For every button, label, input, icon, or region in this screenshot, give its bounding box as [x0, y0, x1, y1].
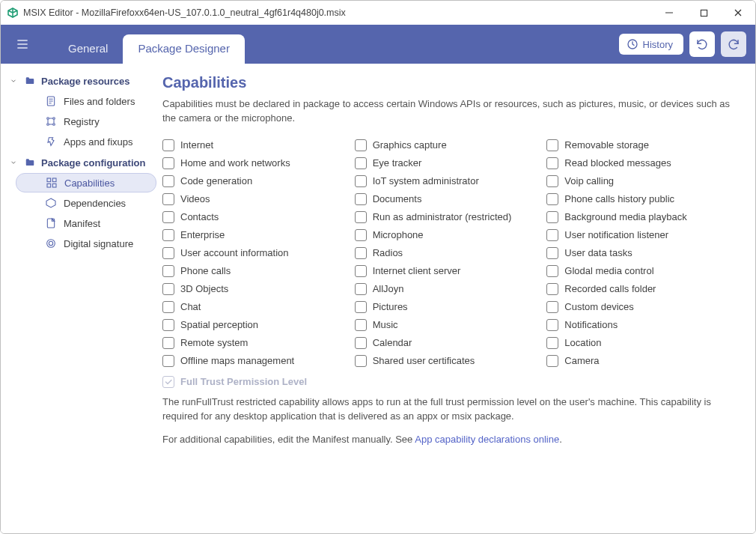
capability-notifications[interactable]: Notifications	[546, 316, 731, 334]
capability-voip-calling[interactable]: Voip calling	[546, 172, 731, 190]
capability-phone-calls[interactable]: Phone calls	[162, 262, 347, 280]
checkbox-icon[interactable]	[355, 319, 367, 331]
checkbox-icon[interactable]	[355, 355, 367, 367]
tree-item-registry[interactable]: Registry	[16, 112, 156, 131]
capability-recorded-calls-folder[interactable]: Recorded calls folder	[546, 280, 731, 298]
close-button[interactable]	[721, 1, 755, 25]
checkbox-icon[interactable]	[355, 229, 367, 241]
capability-run-as-administrator-restricted-[interactable]: Run as administrator (restricted)	[355, 208, 540, 226]
capability-eye-tracker[interactable]: Eye tracker	[355, 154, 540, 172]
history-button[interactable]: History	[619, 34, 683, 55]
checkbox-icon[interactable]	[355, 193, 367, 205]
checkbox-icon[interactable]	[546, 265, 558, 277]
checkbox-icon[interactable]	[162, 157, 174, 169]
capability-music[interactable]: Music	[355, 316, 540, 334]
capability-removable-storage[interactable]: Removable storage	[546, 136, 731, 154]
capability-glodal-media-control[interactable]: Glodal media control	[546, 262, 731, 280]
checkbox-icon[interactable]	[162, 301, 174, 313]
capability-microphone[interactable]: Microphone	[355, 226, 540, 244]
tree-item-files-and-folders[interactable]: Files and folders	[16, 91, 156, 111]
checkbox-icon[interactable]	[546, 301, 558, 313]
undo-button[interactable]	[689, 31, 715, 57]
capability-internet-client-server[interactable]: Internet client server	[355, 262, 540, 280]
redo-button[interactable]	[721, 31, 746, 57]
checkbox-icon[interactable]	[162, 337, 174, 349]
checkbox-icon[interactable]	[162, 211, 174, 223]
checkbox-icon[interactable]	[546, 175, 558, 187]
checkbox-icon[interactable]	[162, 247, 174, 259]
capability-calendar[interactable]: Calendar	[355, 334, 540, 352]
checkbox-icon[interactable]	[546, 193, 558, 205]
capability-spatial-perception[interactable]: Spatial perception	[162, 316, 347, 334]
checkbox-icon[interactable]	[162, 355, 174, 367]
minimize-button[interactable]	[652, 1, 686, 25]
capability-contacts[interactable]: Contacts	[162, 208, 347, 226]
tab-general[interactable]: General	[53, 34, 123, 64]
checkbox-icon[interactable]	[355, 301, 367, 313]
checkbox-icon[interactable]	[546, 355, 558, 367]
tab-package-designer[interactable]: Package Designer	[123, 34, 245, 64]
capability-read-blocked-messages[interactable]: Read blocked messages	[546, 154, 731, 172]
maximize-button[interactable]	[686, 1, 721, 25]
checkbox-icon[interactable]	[162, 139, 174, 151]
tree-item-icon	[44, 95, 58, 107]
capability-alljoyn[interactable]: AllJoyn	[355, 280, 540, 298]
checkbox-icon[interactable]	[546, 139, 558, 151]
checkbox-icon[interactable]	[355, 211, 367, 223]
tree-group-package-resources[interactable]: Package resources	[5, 71, 158, 91]
capability-remote-system[interactable]: Remote system	[162, 334, 347, 352]
capability-background-media-playback[interactable]: Background media playback	[546, 208, 731, 226]
capability-location[interactable]: Location	[546, 334, 731, 352]
tree-item-digital-signature[interactable]: Digital signature	[16, 234, 156, 253]
checkbox-icon[interactable]	[355, 139, 367, 151]
checkbox-icon[interactable]	[355, 265, 367, 277]
capability-camera[interactable]: Camera	[546, 352, 731, 370]
checkbox-icon[interactable]	[546, 283, 558, 295]
capability-shared-user-certificates[interactable]: Shared user certificates	[355, 352, 540, 370]
capability-pictures[interactable]: Pictures	[355, 298, 540, 316]
capability-code-generation[interactable]: Code generation	[162, 172, 347, 190]
capability-iot-system-administrator[interactable]: IoT system administrator	[355, 172, 540, 190]
checkbox-icon[interactable]	[355, 337, 367, 349]
capability-chat[interactable]: Chat	[162, 298, 347, 316]
capability-user-notification-listener[interactable]: User notification listener	[546, 226, 731, 244]
checkbox-icon[interactable]	[162, 175, 174, 187]
capability-user-data-tasks[interactable]: User data tasks	[546, 244, 731, 262]
capability-documents[interactable]: Documents	[355, 190, 540, 208]
checkbox-icon[interactable]	[546, 229, 558, 241]
checkbox-icon[interactable]	[355, 247, 367, 259]
tree-item-dependencies[interactable]: Dependencies	[16, 193, 156, 213]
tree-item-apps-and-fixups[interactable]: Apps and fixups	[16, 132, 156, 151]
window-title: MSIX Editor - MozillaFirefoxx64en-US_107…	[23, 7, 346, 18]
checkbox-icon[interactable]	[162, 265, 174, 277]
checkbox-icon[interactable]	[162, 229, 174, 241]
capability-radios[interactable]: Radios	[355, 244, 540, 262]
capability-home-and-work-networks[interactable]: Home and work networks	[162, 154, 347, 172]
capability-internet[interactable]: Internet	[162, 136, 347, 154]
checkbox-icon[interactable]	[546, 157, 558, 169]
svg-rect-22	[52, 178, 56, 182]
checkbox-icon[interactable]	[355, 175, 367, 187]
checkbox-icon[interactable]	[162, 193, 174, 205]
checkbox-icon[interactable]	[355, 157, 367, 169]
capability-enterprise[interactable]: Enterprise	[162, 226, 347, 244]
checkbox-icon[interactable]	[355, 283, 367, 295]
menu-button[interactable]	[10, 31, 35, 57]
checkbox-icon[interactable]	[546, 247, 558, 259]
checkbox-icon[interactable]	[162, 283, 174, 295]
capability-phone-calls-history-public[interactable]: Phone calls history public	[546, 190, 731, 208]
tree-item-capabilities[interactable]: Capabilities	[16, 173, 156, 192]
checkbox-icon[interactable]	[546, 337, 558, 349]
capability-docs-link[interactable]: App capability declarations online	[415, 434, 559, 445]
capability-3d-objects[interactable]: 3D Objects	[162, 280, 347, 298]
capability-custom-devices[interactable]: Custom devices	[546, 298, 731, 316]
capability-user-account-information[interactable]: User account information	[162, 244, 347, 262]
capability-videos[interactable]: Videos	[162, 190, 347, 208]
checkbox-icon[interactable]	[546, 319, 558, 331]
checkbox-icon[interactable]	[546, 211, 558, 223]
tree-item-manifest[interactable]: Manifest	[16, 213, 156, 233]
checkbox-icon[interactable]	[162, 319, 174, 331]
capability-graphics-capture[interactable]: Graphics capture	[355, 136, 540, 154]
tree-group-package-configuration[interactable]: Package configuration	[5, 153, 158, 172]
capability-offline-maps-management[interactable]: Offline maps management	[162, 352, 347, 370]
